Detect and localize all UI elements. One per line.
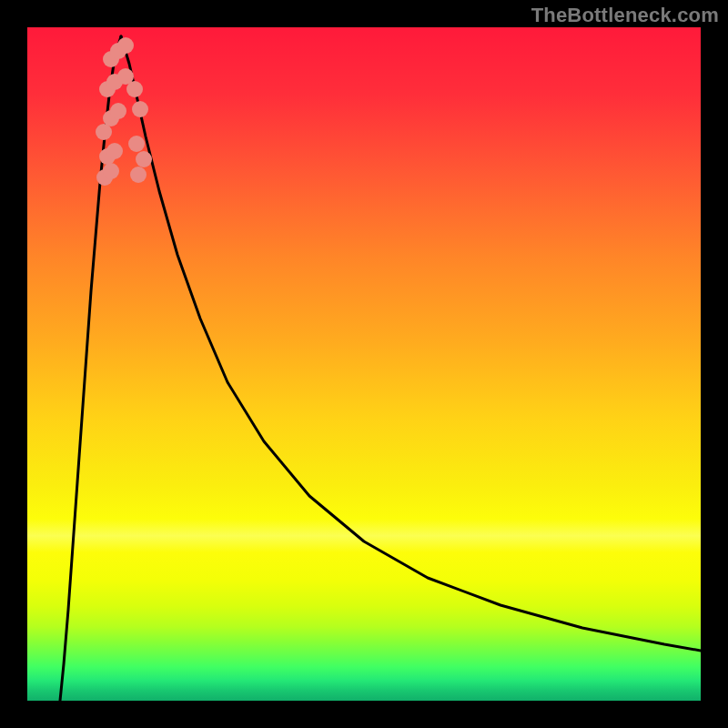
scatter-dot [103, 163, 119, 179]
scatter-dot [128, 136, 145, 152]
scatter-dot [110, 103, 126, 119]
curve-left-curve [60, 36, 121, 701]
scatter-dot [130, 167, 147, 183]
scatter-dot [126, 81, 143, 97]
plot-area [27, 27, 701, 701]
scatter-dot [106, 143, 123, 159]
scatter-dot [117, 37, 134, 54]
watermark-text: TheBottleneck.com [531, 4, 719, 27]
chart-svg [27, 27, 701, 701]
scatter-dot [132, 101, 148, 117]
chart-frame: TheBottleneck.com [0, 0, 728, 728]
curve-right-curve [121, 36, 701, 651]
scatter-dot [136, 151, 152, 167]
